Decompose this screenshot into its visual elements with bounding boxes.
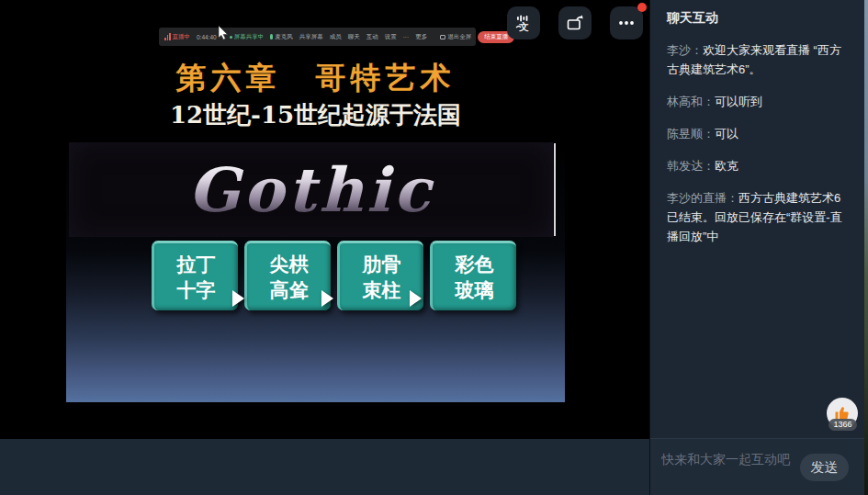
- player-controls: 文: [507, 6, 643, 39]
- gothic-wordmark: Gothic: [187, 154, 434, 226]
- toolbar-item-members: 成员: [330, 33, 342, 41]
- toolbar-item-mic: 麦克风: [270, 33, 293, 41]
- concept-box-pointed-arch: 尖栱 高耸: [244, 241, 331, 310]
- toolbar-item-chat: 聊天: [348, 33, 360, 41]
- chat-text: 可以: [715, 127, 738, 141]
- more-dots-icon: [616, 13, 637, 33]
- concept-boxes: 拉丁 十字 尖栱 高耸 肋骨 束柱 彩色 玻璃: [152, 241, 516, 310]
- arrow-right-icon: [410, 290, 422, 307]
- popout-window-icon: [565, 13, 585, 33]
- box-text: 肋骨: [363, 252, 401, 277]
- chat-username: 李沙：: [667, 43, 703, 57]
- live-stream-window: 直播中 0:44:40 屏幕共享中 麦克风 共享屏幕 成员 聊天 互动 设置 ·…: [0, 0, 868, 495]
- chat-input[interactable]: [661, 448, 799, 470]
- gothic-banner-image: Gothic: [69, 142, 553, 237]
- chat-panel: 聊天互动 李沙：欢迎大家来观看直播 “西方古典建筑艺术6”。 林高和：可以听到 …: [649, 0, 864, 495]
- toolbar-item-sharing: 屏幕共享中: [230, 33, 265, 41]
- mouse-cursor-icon: [219, 26, 229, 40]
- send-button[interactable]: 发送: [800, 454, 849, 481]
- like-count-badge: 1366: [829, 419, 857, 431]
- recorded-meeting-toolbar: 直播中 0:44:40 屏幕共享中 麦克风 共享屏幕 成员 聊天 互动 设置 ·…: [159, 28, 476, 46]
- toolbar-item-interact: 互动: [366, 33, 378, 41]
- slide-headings: 第六章 哥特艺术 12世纪-15世纪起源于法国: [66, 57, 565, 130]
- chapter-title: 第六章 哥特艺术: [66, 57, 565, 99]
- box-text: 彩色: [456, 252, 494, 277]
- presentation-slide: Gothic 拉丁 十字 尖栱 高耸 肋骨 束柱: [66, 140, 565, 402]
- box-text: 高耸: [270, 277, 309, 303]
- text-caret-line: [554, 143, 556, 236]
- like-button[interactable]: 1366: [825, 398, 860, 434]
- audio-level-icon: [164, 33, 171, 40]
- toolbar-time: 0:44:40: [197, 34, 217, 40]
- live-status: 直播中: [164, 33, 190, 41]
- chat-message: 韩发达：欧克: [667, 156, 852, 175]
- toolbar-item-ellipsis: ···: [403, 34, 410, 40]
- stage: 直播中 0:44:40 屏幕共享中 麦克风 共享屏幕 成员 聊天 互动 设置 ·…: [0, 0, 649, 495]
- arrow-right-icon: [321, 290, 333, 307]
- more-options-button[interactable]: [610, 6, 643, 39]
- chat-input-bar: 发送: [650, 438, 865, 495]
- desktop-wallpaper-sliver: [864, 0, 868, 495]
- microphone-icon: [270, 34, 273, 39]
- popout-window-button[interactable]: [558, 6, 592, 39]
- toolbar-item-settings: 设置: [385, 33, 397, 41]
- chat-username: 林高和：: [667, 95, 715, 108]
- box-text: 十字: [177, 277, 216, 303]
- chat-username: 陈昱顺：: [667, 127, 715, 141]
- video-canvas[interactable]: 直播中 0:44:40 屏幕共享中 麦克风 共享屏幕 成员 聊天 互动 设置 ·…: [0, 0, 649, 439]
- chat-username: 李沙的直播：: [667, 191, 738, 205]
- notification-dot: [637, 3, 647, 12]
- arrow-right-icon: [232, 290, 244, 307]
- speech-to-text-icon: 文: [513, 13, 534, 33]
- chat-message-list[interactable]: 李沙：欢迎大家来观看直播 “西方古典建筑艺术6”。 林高和：可以听到 陈昱顺：可…: [667, 40, 852, 246]
- concept-box-stained-glass: 彩色 玻璃: [430, 241, 516, 310]
- toolbar-item-more: 更多: [415, 33, 427, 41]
- box-text: 拉丁: [177, 252, 216, 277]
- chat-text: 欧克: [715, 159, 738, 173]
- chat-system-message: 李沙的直播：西方古典建筑艺术6 已结束。回放已保存在“群设置-直播回放”中: [667, 188, 852, 246]
- status-dot-icon: [230, 36, 232, 39]
- chat-message: 林高和：可以听到: [667, 92, 852, 111]
- box-text: 尖栱: [270, 252, 309, 277]
- box-text: 玻璃: [456, 277, 494, 303]
- chat-message: 李沙：欢迎大家来观看直播 “西方古典建筑艺术6”。: [667, 40, 852, 79]
- captions-button[interactable]: 文: [507, 6, 540, 39]
- chapter-subtitle: 12世纪-15世纪起源于法国: [66, 99, 565, 130]
- box-text: 束柱: [363, 277, 401, 303]
- chat-text: 可以听到: [715, 95, 762, 108]
- toolbar-item-exit-fullscreen: 退出全屏: [440, 33, 471, 41]
- chat-panel-title: 聊天互动: [650, 0, 864, 27]
- host-info-bar: 主播: 沙 李沙 标题: 西方古典建筑艺术6: [0, 439, 649, 495]
- toolbar-item-share: 共享屏幕: [299, 33, 323, 41]
- window-icon: [440, 35, 445, 39]
- concept-box-latin-cross: 拉丁 十字: [152, 241, 238, 310]
- chat-username: 韩发达：: [667, 159, 715, 173]
- chat-message: 陈昱顺：可以: [667, 124, 852, 143]
